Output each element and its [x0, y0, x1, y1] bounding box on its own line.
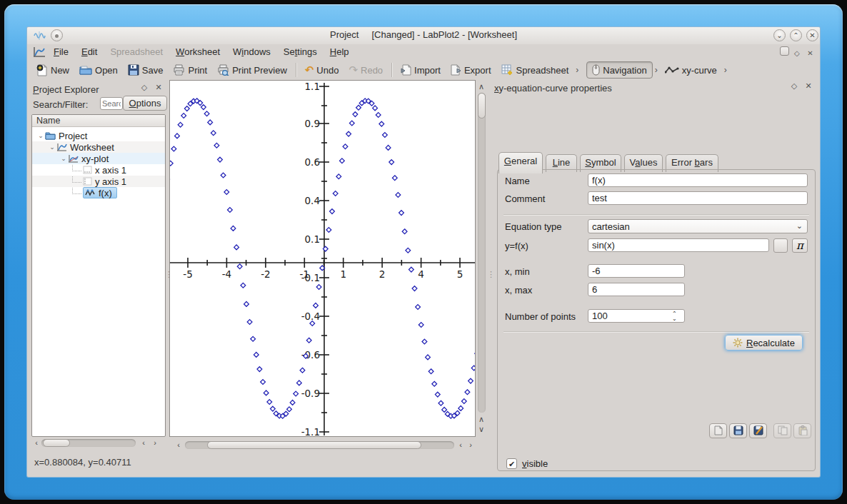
svg-text:1.1: 1.1 [305, 81, 320, 92]
minimize-button[interactable]: ⌄ [773, 29, 786, 41]
mdi-restore-button[interactable] [780, 46, 789, 56]
project-explorer-header[interactable]: Project Explorer ◇ ✕ [33, 83, 164, 96]
tree-item-x-axis[interactable]: x axis 1 [32, 164, 165, 176]
project-explorer-dock: Project Explorer ◇ ✕ Search/Filter: Opti… [30, 81, 167, 453]
print-preview-button[interactable]: Print Preview [212, 62, 292, 78]
menu-edit[interactable]: Edit [75, 44, 104, 59]
print-label: Print [188, 65, 207, 76]
open-button[interactable]: Open [74, 62, 123, 78]
close-button[interactable]: ✕ [806, 29, 818, 41]
tree-item-y-axis[interactable]: y axis 1 [32, 176, 165, 187]
export-button[interactable]: Export [446, 62, 496, 78]
spinbox-arrows[interactable]: ⌃ ⌄ [672, 311, 677, 321]
plot-axes[interactable] [170, 83, 475, 435]
menu-help[interactable]: Help [324, 44, 356, 59]
mouse-icon [592, 64, 600, 76]
toolbar-extension-chevron-icon[interactable]: › [722, 65, 729, 75]
tree-item-xy-plot[interactable]: ⌄ xy-plot [32, 153, 165, 164]
dock-close-button[interactable]: ✕ [803, 81, 814, 91]
save-floppy-icon [128, 64, 139, 76]
tree-column-header[interactable]: Name [32, 115, 165, 127]
recalculate-button[interactable]: Recalculate [725, 335, 803, 351]
titlebar[interactable]: Project [Changed] - LabPlot2 - [Workshee… [27, 27, 820, 44]
scroll-left-icon[interactable]: ‹ [31, 438, 41, 448]
xy-plot-canvas[interactable]: -5-4-2-112451.10.90.60.40.1-0.1-0.4-0.6-… [170, 81, 475, 436]
scroll-left-icon[interactable]: ‹ [139, 438, 149, 448]
npoints-spinbox[interactable] [588, 309, 685, 323]
expander-icon[interactable]: ⌄ [48, 143, 56, 151]
scroll-left-icon[interactable]: ‹ [174, 440, 184, 450]
axis-icon [83, 177, 92, 186]
expander-icon[interactable]: ⌄ [36, 132, 45, 139]
chevron-down-icon: ⌄ [796, 221, 803, 231]
scroll-right-icon[interactable]: › [466, 440, 476, 450]
menu-worksheet[interactable]: Worksheet [169, 44, 226, 59]
tab-general[interactable]: General [498, 152, 543, 173]
equation-type-value: cartesian [592, 221, 630, 232]
mdi-float-button[interactable]: ◇ [791, 48, 802, 59]
worksheet-view[interactable]: -5-4-2-112451.10.90.60.40.1-0.1-0.4-0.6-… [169, 80, 476, 437]
undo-button[interactable]: ↶ Undo [300, 63, 344, 78]
xy-curve-button[interactable]: xy-curve [660, 63, 722, 78]
spreadsheet-label: Spreadsheet [516, 65, 569, 76]
import-button[interactable]: Import [396, 62, 446, 78]
menu-windows[interactable]: Windows [226, 44, 277, 59]
name-field[interactable] [588, 173, 808, 187]
scroll-left-icon[interactable]: ‹ [456, 440, 466, 450]
navigation-button[interactable]: Navigation [586, 61, 652, 79]
pe-hscrollbar-thumb[interactable] [43, 439, 70, 447]
xmax-field[interactable] [588, 283, 685, 296]
menu-spreadsheet[interactable]: Spreadsheet [104, 44, 169, 59]
xmin-field[interactable] [588, 264, 685, 278]
new-label: New [51, 65, 69, 76]
maximize-button[interactable]: ⌃ [790, 29, 802, 41]
worksheet-vscrollbar[interactable] [478, 93, 486, 413]
scroll-right-icon[interactable]: › [150, 438, 160, 448]
worksheet-hscrollbar[interactable] [185, 441, 454, 449]
search-input[interactable] [100, 97, 123, 110]
save-button[interactable]: Save [123, 62, 169, 78]
spreadsheet-button[interactable]: Spreadsheet [496, 62, 574, 79]
export-label: Export [464, 65, 491, 76]
worksheet-vscrollbar-thumb[interactable] [478, 93, 486, 119]
project-tree[interactable]: Name ⌄ Project ⌄ Worksheet ⌄ xy-plot x a… [31, 114, 166, 437]
comment-field[interactable] [588, 191, 808, 205]
worksheet-hscrollbar-thumb[interactable] [207, 441, 421, 449]
worksheet-icon [56, 143, 67, 152]
pe-hscrollbar[interactable] [41, 439, 136, 447]
expression-button[interactable] [773, 238, 788, 253]
tree-item-fx[interactable]: f(x) [32, 187, 165, 198]
fx-field[interactable] [588, 238, 769, 252]
print-button[interactable]: Print [168, 62, 212, 78]
scroll-up-icon[interactable]: ∧ [476, 81, 486, 91]
expander-icon[interactable]: ⌄ [59, 155, 68, 162]
menu-settings[interactable]: Settings [277, 44, 324, 59]
fx-curve-icon [85, 188, 96, 197]
menubar: File Edit Spreadsheet Worksheet Windows … [27, 44, 820, 60]
options-button[interactable]: Options [123, 96, 167, 111]
toolbar-extension-chevron-icon[interactable]: › [573, 65, 581, 75]
navigation-label: Navigation [603, 65, 646, 76]
redo-button[interactable]: ↷ Redo [344, 63, 388, 78]
dock-float-button[interactable]: ◇ [788, 81, 800, 91]
spin-down-icon[interactable]: ⌄ [672, 316, 677, 322]
toolbar-extension-chevron-icon[interactable]: › [653, 65, 660, 75]
search-filter-row: Search/Filter: Options [33, 97, 167, 113]
scroll-down-icon[interactable]: ∨ [476, 424, 486, 434]
tree-item-project[interactable]: ⌄ Project [32, 130, 165, 141]
pi-button[interactable]: π [792, 238, 808, 253]
tree-item-worksheet[interactable]: ⌄ Worksheet [32, 141, 165, 153]
mdi-close-button[interactable]: ✕ [805, 48, 816, 59]
dock-close-button[interactable]: ✕ [153, 83, 164, 92]
menu-file[interactable]: File [47, 44, 75, 59]
properties-header[interactable]: xy-equation-curve properties ◇ ✕ [494, 81, 816, 94]
tree-item-label: f(x) [99, 188, 112, 198]
svg-text:0.4: 0.4 [305, 195, 320, 206]
redo-label: Redo [361, 65, 383, 76]
equation-type-select[interactable]: cartesian ⌄ [588, 219, 808, 233]
scroll-up-icon[interactable]: ∧ [476, 414, 486, 424]
dock-float-button[interactable]: ◇ [139, 83, 150, 92]
printer-icon [173, 64, 185, 76]
new-button[interactable]: New [31, 62, 74, 79]
visible-checkbox[interactable]: ✔ [506, 458, 517, 469]
